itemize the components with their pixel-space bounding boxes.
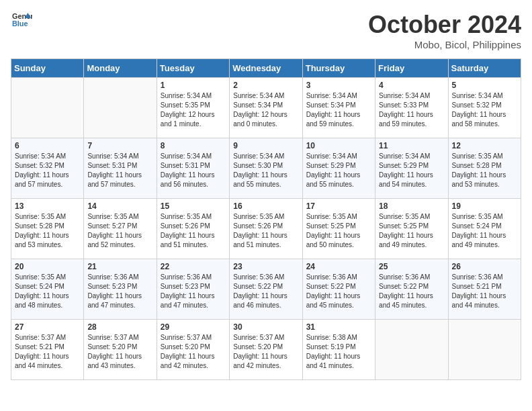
calendar-cell: 20Sunrise: 5:35 AM Sunset: 5:24 PM Dayli…	[11, 259, 84, 320]
day-info: Sunrise: 5:35 AM Sunset: 5:28 PM Dayligh…	[15, 212, 80, 250]
calendar-cell	[11, 78, 84, 138]
calendar-cell: 18Sunrise: 5:35 AM Sunset: 5:25 PM Dayli…	[375, 199, 448, 259]
day-number: 18	[379, 201, 444, 211]
day-info: Sunrise: 5:34 AM Sunset: 5:30 PM Dayligh…	[233, 152, 298, 189]
page-header: General Blue October 2024 Mobo, Bicol, P…	[11, 11, 521, 50]
day-number: 8	[161, 141, 226, 150]
calendar-cell: 31Sunrise: 5:38 AM Sunset: 5:19 PM Dayli…	[302, 320, 375, 380]
day-number: 26	[452, 262, 517, 271]
calendar-week-3: 13Sunrise: 5:35 AM Sunset: 5:28 PM Dayli…	[11, 199, 521, 259]
calendar-header-row: SundayMondayTuesdayWednesdayThursdayFrid…	[11, 59, 521, 78]
day-number: 6	[15, 141, 80, 150]
calendar-table: SundayMondayTuesdayWednesdayThursdayFrid…	[11, 58, 521, 380]
calendar-week-5: 27Sunrise: 5:37 AM Sunset: 5:21 PM Dayli…	[11, 320, 521, 380]
calendar-cell	[84, 78, 157, 138]
day-info: Sunrise: 5:37 AM Sunset: 5:20 PM Dayligh…	[233, 333, 298, 371]
calendar-cell: 13Sunrise: 5:35 AM Sunset: 5:28 PM Dayli…	[11, 199, 84, 259]
calendar-cell: 2Sunrise: 5:34 AM Sunset: 5:34 PM Daylig…	[230, 78, 302, 138]
day-number: 21	[87, 262, 152, 271]
day-info: Sunrise: 5:34 AM Sunset: 5:34 PM Dayligh…	[306, 91, 371, 129]
day-number: 19	[452, 201, 517, 211]
day-info: Sunrise: 5:36 AM Sunset: 5:23 PM Dayligh…	[161, 273, 226, 310]
day-info: Sunrise: 5:35 AM Sunset: 5:26 PM Dayligh…	[233, 212, 298, 250]
day-info: Sunrise: 5:34 AM Sunset: 5:31 PM Dayligh…	[161, 152, 226, 189]
calendar-cell: 26Sunrise: 5:36 AM Sunset: 5:21 PM Dayli…	[448, 259, 521, 320]
day-info: Sunrise: 5:34 AM Sunset: 5:31 PM Dayligh…	[87, 152, 152, 189]
day-info: Sunrise: 5:35 AM Sunset: 5:25 PM Dayligh…	[379, 212, 444, 250]
calendar-cell: 23Sunrise: 5:36 AM Sunset: 5:22 PM Dayli…	[230, 259, 302, 320]
calendar-cell	[448, 320, 521, 380]
day-info: Sunrise: 5:36 AM Sunset: 5:21 PM Dayligh…	[452, 273, 517, 310]
day-number: 1	[161, 81, 226, 90]
day-info: Sunrise: 5:34 AM Sunset: 5:33 PM Dayligh…	[379, 91, 444, 129]
day-info: Sunrise: 5:35 AM Sunset: 5:28 PM Dayligh…	[452, 152, 517, 189]
day-info: Sunrise: 5:34 AM Sunset: 5:32 PM Dayligh…	[452, 91, 517, 129]
svg-text:Blue: Blue	[12, 19, 28, 28]
title-block: October 2024 Mobo, Bicol, Philippines	[368, 11, 521, 50]
day-info: Sunrise: 5:35 AM Sunset: 5:25 PM Dayligh…	[306, 212, 371, 250]
calendar-cell: 5Sunrise: 5:34 AM Sunset: 5:32 PM Daylig…	[448, 78, 521, 138]
day-info: Sunrise: 5:34 AM Sunset: 5:32 PM Dayligh…	[15, 152, 80, 189]
calendar-cell: 22Sunrise: 5:36 AM Sunset: 5:23 PM Dayli…	[157, 259, 229, 320]
day-number: 25	[379, 262, 444, 271]
calendar-cell: 30Sunrise: 5:37 AM Sunset: 5:20 PM Dayli…	[230, 320, 302, 380]
day-number: 11	[379, 141, 444, 150]
calendar-cell: 6Sunrise: 5:34 AM Sunset: 5:32 PM Daylig…	[11, 138, 84, 199]
calendar-cell: 3Sunrise: 5:34 AM Sunset: 5:34 PM Daylig…	[302, 78, 375, 138]
day-number: 30	[233, 322, 298, 332]
day-number: 23	[233, 262, 298, 271]
day-info: Sunrise: 5:35 AM Sunset: 5:24 PM Dayligh…	[15, 273, 80, 310]
day-number: 22	[161, 262, 226, 271]
calendar-cell: 29Sunrise: 5:37 AM Sunset: 5:20 PM Dayli…	[157, 320, 229, 380]
day-number: 29	[161, 322, 226, 332]
calendar-cell: 16Sunrise: 5:35 AM Sunset: 5:26 PM Dayli…	[230, 199, 302, 259]
col-header-monday: Monday	[84, 59, 157, 78]
calendar-cell: 10Sunrise: 5:34 AM Sunset: 5:29 PM Dayli…	[302, 138, 375, 199]
day-info: Sunrise: 5:34 AM Sunset: 5:34 PM Dayligh…	[233, 91, 298, 129]
day-number: 10	[306, 141, 371, 150]
logo-icon: General Blue	[11, 11, 32, 30]
day-info: Sunrise: 5:36 AM Sunset: 5:23 PM Dayligh…	[87, 273, 152, 310]
calendar-cell: 24Sunrise: 5:36 AM Sunset: 5:22 PM Dayli…	[302, 259, 375, 320]
col-header-thursday: Thursday	[302, 59, 375, 78]
day-info: Sunrise: 5:34 AM Sunset: 5:29 PM Dayligh…	[379, 152, 444, 189]
day-number: 12	[452, 141, 517, 150]
day-number: 15	[161, 201, 226, 211]
day-info: Sunrise: 5:37 AM Sunset: 5:21 PM Dayligh…	[15, 333, 80, 371]
col-header-saturday: Saturday	[448, 59, 521, 78]
day-number: 13	[15, 201, 80, 211]
day-number: 28	[87, 322, 152, 332]
col-header-wednesday: Wednesday	[230, 59, 302, 78]
day-info: Sunrise: 5:35 AM Sunset: 5:24 PM Dayligh…	[452, 212, 517, 250]
day-info: Sunrise: 5:34 AM Sunset: 5:29 PM Dayligh…	[306, 152, 371, 189]
day-info: Sunrise: 5:37 AM Sunset: 5:20 PM Dayligh…	[161, 333, 226, 371]
day-number: 14	[87, 201, 152, 211]
day-number: 24	[306, 262, 371, 271]
calendar-cell: 21Sunrise: 5:36 AM Sunset: 5:23 PM Dayli…	[84, 259, 157, 320]
calendar-week-1: 1Sunrise: 5:34 AM Sunset: 5:35 PM Daylig…	[11, 78, 521, 138]
day-info: Sunrise: 5:35 AM Sunset: 5:26 PM Dayligh…	[161, 212, 226, 250]
calendar-cell: 15Sunrise: 5:35 AM Sunset: 5:26 PM Dayli…	[157, 199, 229, 259]
calendar-cell: 7Sunrise: 5:34 AM Sunset: 5:31 PM Daylig…	[84, 138, 157, 199]
day-number: 9	[233, 141, 298, 150]
calendar-week-2: 6Sunrise: 5:34 AM Sunset: 5:32 PM Daylig…	[11, 138, 521, 199]
calendar-week-4: 20Sunrise: 5:35 AM Sunset: 5:24 PM Dayli…	[11, 259, 521, 320]
calendar-cell: 8Sunrise: 5:34 AM Sunset: 5:31 PM Daylig…	[157, 138, 229, 199]
calendar-cell: 17Sunrise: 5:35 AM Sunset: 5:25 PM Dayli…	[302, 199, 375, 259]
day-number: 4	[379, 81, 444, 90]
day-number: 7	[87, 141, 152, 150]
calendar-cell: 19Sunrise: 5:35 AM Sunset: 5:24 PM Dayli…	[448, 199, 521, 259]
day-info: Sunrise: 5:36 AM Sunset: 5:22 PM Dayligh…	[306, 273, 371, 310]
logo: General Blue	[11, 11, 32, 30]
day-info: Sunrise: 5:36 AM Sunset: 5:22 PM Dayligh…	[379, 273, 444, 310]
calendar-cell: 9Sunrise: 5:34 AM Sunset: 5:30 PM Daylig…	[230, 138, 302, 199]
day-info: Sunrise: 5:36 AM Sunset: 5:22 PM Dayligh…	[233, 273, 298, 310]
calendar-cell: 12Sunrise: 5:35 AM Sunset: 5:28 PM Dayli…	[448, 138, 521, 199]
day-info: Sunrise: 5:37 AM Sunset: 5:20 PM Dayligh…	[87, 333, 152, 371]
col-header-friday: Friday	[375, 59, 448, 78]
col-header-tuesday: Tuesday	[157, 59, 229, 78]
calendar-cell: 1Sunrise: 5:34 AM Sunset: 5:35 PM Daylig…	[157, 78, 229, 138]
calendar-cell: 25Sunrise: 5:36 AM Sunset: 5:22 PM Dayli…	[375, 259, 448, 320]
calendar-cell: 4Sunrise: 5:34 AM Sunset: 5:33 PM Daylig…	[375, 78, 448, 138]
calendar-cell: 27Sunrise: 5:37 AM Sunset: 5:21 PM Dayli…	[11, 320, 84, 380]
